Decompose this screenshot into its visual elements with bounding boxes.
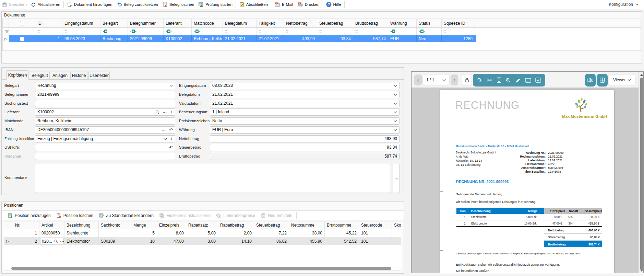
column-header-artikel[interactable]: Artikel — [39, 221, 64, 229]
chevron-down-icon[interactable] — [394, 111, 397, 113]
select-all-checkbox[interactable] — [20, 21, 24, 25]
column-header-steuercode[interactable]: Steuercode — [359, 221, 392, 229]
chevron-down-icon[interactable] — [394, 103, 397, 105]
column-header-belegart[interactable]: Belegart — [100, 19, 128, 27]
vorgaenge-input[interactable] — [35, 153, 175, 160]
viewer-mode-select[interactable]: Viewer — [609, 74, 635, 85]
filter-eingangsdatum[interactable]: = — [62, 28, 100, 35]
column-header-menge[interactable]: Menge — [131, 221, 157, 229]
nettobetrag-input[interactable]: 493,90 — [210, 135, 399, 142]
split-view-button[interactable] — [585, 74, 596, 87]
export-page-icon[interactable] — [535, 78, 541, 83]
filter-icon[interactable] — [5, 30, 9, 34]
column-header-id[interactable]: ID — [35, 19, 62, 27]
email-button[interactable]: PDF E-Mail — [272, 0, 295, 9]
chevron-down-icon[interactable] — [394, 129, 397, 131]
scrollbar-thumb[interactable] — [640, 78, 643, 270]
column-header-squeeze-id[interactable]: Squeeze ID — [442, 19, 475, 27]
filter-bruttobetrag[interactable]: = — [353, 28, 388, 35]
tab-userfelder[interactable]: Userfelder — [88, 71, 110, 80]
fit-width-icon[interactable] — [487, 78, 492, 83]
valutadatum-select[interactable]: 21.02.2021 — [210, 100, 399, 107]
zoom-out-icon[interactable] — [477, 78, 482, 83]
preiskennzeichen-select[interactable]: Netto — [210, 117, 399, 125]
column-header-steuerbetrag[interactable]: Steuerbetrag — [254, 221, 289, 229]
column-header-eingangsdatum[interactable]: Eingangsdatum — [62, 19, 100, 27]
finish-button[interactable]: Abschließen — [237, 0, 270, 9]
column-header-rabattsatz[interactable]: Rabattsatz — [186, 221, 218, 229]
reset-document-button[interactable]: Beleg zurücksetzen — [115, 0, 160, 9]
chevron-down-icon[interactable] — [394, 120, 397, 122]
column-header-rabattbetrag[interactable]: Rabattbetrag — [218, 221, 254, 229]
annotate-pen-icon[interactable] — [515, 78, 521, 83]
refresh-button[interactable]: Aktualisieren — [29, 0, 62, 9]
zoom-in-icon[interactable] — [505, 78, 511, 83]
grid-view-button[interactable] — [597, 74, 608, 87]
column-header-belegnummer[interactable]: Belegnummer — [128, 19, 164, 27]
fit-height-icon[interactable] — [497, 77, 501, 83]
next-page-button[interactable] — [451, 74, 458, 85]
buchungstext-input[interactable] — [35, 100, 175, 107]
steuerbetrag-input[interactable]: 93,84 — [210, 144, 399, 151]
filter-waehrung[interactable]: aBc — [388, 28, 417, 35]
ustidnr-input[interactable]: ↶ — [35, 144, 175, 151]
print-button[interactable]: PDF Drucken — [295, 0, 322, 9]
ellipsis-button[interactable]: ⋯ — [163, 111, 167, 114]
column-header-bezeichnung[interactable]: Bezeichnung — [64, 221, 99, 229]
belegart-select[interactable]: Rechnung — [35, 82, 175, 89]
lieferant-input[interactable]: K100002 ⋯+ — [35, 108, 175, 116]
iban-input[interactable]: DE30500400000006945197 ⋯↶ — [35, 126, 175, 134]
table-row[interactable]: ▷ 2 020... ⋯ Elektromotor S00109 10 47,0… — [4, 237, 401, 245]
filter-lieferant[interactable]: aBc — [164, 28, 192, 35]
column-header-nettobetrag[interactable]: Nettobetrag — [284, 19, 317, 27]
chevron-down-icon[interactable] — [164, 138, 167, 140]
column-header-bruttosumme[interactable]: Bruttosumme — [325, 221, 359, 229]
artikel-editor[interactable]: 020... ⋯ — [40, 238, 63, 244]
tab-historie[interactable]: Historie — [70, 71, 87, 80]
change-to-standard-article-button[interactable]: Zu Standardartikel ändern — [96, 211, 156, 220]
waehrung-select[interactable]: EUR | Euro — [210, 126, 399, 134]
column-header-nettosumme[interactable]: Nettosumme — [289, 221, 325, 229]
supplier-prices-button[interactable]: € Lieferantenpreise — [213, 211, 258, 220]
viewer-scrollbar[interactable] — [639, 72, 644, 273]
add-button[interactable]: + — [170, 136, 173, 142]
horizontal-scrollbar[interactable] — [11, 267, 391, 270]
column-header-sko[interactable]: Sko — [392, 221, 401, 229]
filter-steuerbetrag[interactable]: = — [317, 28, 353, 35]
delete-position-button[interactable]: Position löschen — [53, 211, 96, 220]
column-header-steuerbetrag[interactable]: Steuerbetrag — [317, 19, 353, 27]
ocr-text-icon[interactable] — [525, 78, 531, 83]
eingangsdatum-select[interactable]: 08.08.2023 — [210, 82, 399, 89]
belegnummer-input[interactable]: 2021-99999 — [35, 91, 175, 98]
update-unit-price-button[interactable]: Einzelpreis aktualisieren — [156, 211, 213, 220]
zahlungskondition-select[interactable]: Einzug | Einzugsermächtigung + — [35, 135, 175, 142]
recalculate-button[interactable]: Neu ermitteln — [258, 211, 295, 220]
filter-nettobetrag[interactable]: = — [284, 28, 317, 35]
column-header-matchcode[interactable]: Matchcode — [192, 19, 223, 27]
delete-document-button[interactable]: Beleg löschen — [160, 0, 196, 9]
chevron-down-icon[interactable] — [394, 94, 397, 96]
scroll-up-arrow[interactable] — [640, 74, 643, 76]
besteuerungsart-select[interactable]: 1 | Inland — [210, 108, 399, 116]
filter-belegart[interactable]: aBc — [100, 28, 128, 35]
belegdatum-select[interactable]: 21.02.2021 — [210, 91, 399, 98]
filter-status[interactable]: aBc — [417, 28, 442, 35]
filter-squeeze-id[interactable]: = — [442, 28, 475, 35]
add-position-button[interactable]: Position hinzufügen — [5, 211, 53, 220]
filter-id[interactable]: = — [35, 28, 62, 35]
column-header-nr[interactable]: Nr. — [13, 221, 39, 229]
matchcode-input[interactable]: Rehborn, Kelkheim — [35, 117, 175, 125]
page-indicator[interactable]: 1 / 1 — [423, 74, 449, 85]
column-header-bruttobetrag[interactable]: Bruttobetrag — [353, 19, 388, 27]
undo-icon[interactable]: ↶ — [169, 127, 173, 133]
column-header-sachkonto[interactable]: Sachkonto — [99, 221, 131, 229]
undo-icon[interactable]: ↶ — [169, 144, 173, 151]
filter-faelligkeit[interactable]: = — [257, 28, 284, 35]
filter-belegdatum[interactable]: = — [223, 28, 257, 35]
row-checkbox[interactable] — [20, 37, 24, 41]
search-icon[interactable] — [155, 110, 159, 114]
column-header-lieferant[interactable]: Lieferant — [164, 19, 192, 27]
add-document-button[interactable]: Dokument hinzufügen — [65, 0, 115, 9]
save-button[interactable]: Speichern — [0, 0, 29, 9]
scroll-down-arrow[interactable] — [640, 270, 643, 272]
